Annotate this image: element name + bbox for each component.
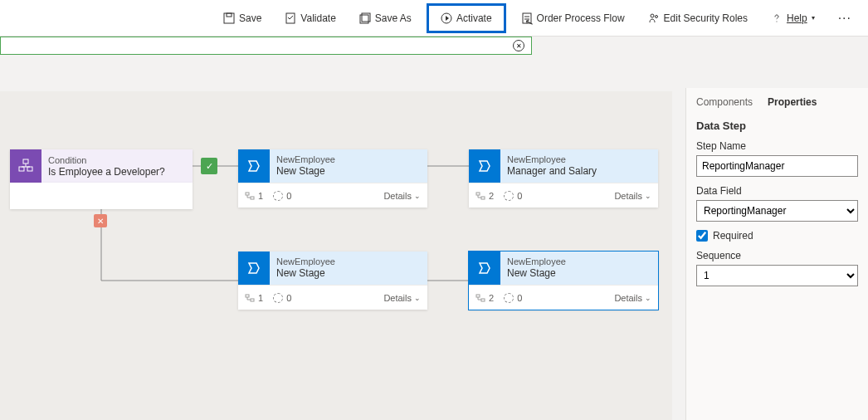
orderflow-button[interactable]: Order Process Flow <box>513 9 633 27</box>
toolbar: Save Validate Save As Activate ↖ Order P… <box>0 0 868 37</box>
svg-rect-1 <box>227 13 232 17</box>
svg-rect-31 <box>251 197 254 199</box>
chevron-down-icon: ⌄ <box>414 294 421 302</box>
properties-panel: Components Properties Data Step Step Nam… <box>685 88 868 420</box>
chevron-down-icon: ▾ <box>812 14 815 22</box>
close-icon[interactable]: ✕ <box>513 40 524 51</box>
activate-icon <box>441 12 452 24</box>
stage-name: New Stage <box>507 267 651 281</box>
details-button[interactable]: Details⌄ <box>383 191 421 201</box>
section-title: Data Step <box>696 120 858 132</box>
svg-rect-39 <box>251 299 254 301</box>
stage-name: New Stage <box>276 165 421 178</box>
required-label: Required <box>713 230 753 242</box>
orderflow-icon <box>521 12 533 24</box>
stage-2[interactable]: NewEmployee Manager and Salary 2 0 Detai… <box>469 149 658 208</box>
activate-button[interactable]: Activate <box>427 3 506 33</box>
panel-tabs: Components Properties <box>696 88 858 108</box>
stage-1[interactable]: NewEmployee New Stage 1 0 Details⌄ <box>238 149 427 208</box>
stage-entity: NewEmployee <box>507 256 651 267</box>
svg-rect-29 <box>27 167 32 171</box>
condition-node[interactable]: Condition Is Employee a Developer? <box>10 149 193 183</box>
svg-rect-6 <box>523 13 531 23</box>
saveas-label: Save As <box>375 12 412 24</box>
security-button[interactable]: Edit Security Roles <box>640 9 756 27</box>
condition-icon <box>10 149 41 183</box>
datafield-label: Data Field <box>696 185 858 197</box>
help-button[interactable]: Help ▾ <box>763 9 823 27</box>
stage-icon <box>238 149 270 183</box>
svg-rect-42 <box>476 295 480 297</box>
svg-rect-35 <box>481 197 485 199</box>
save-icon <box>223 12 235 24</box>
stage-icon <box>469 149 500 183</box>
condition-subtitle: Is Employee a Developer? <box>48 166 186 179</box>
stage-icon <box>238 252 270 285</box>
stage-3[interactable]: NewEmployee New Stage 1 0 Details⌄ <box>238 252 427 310</box>
chevron-down-icon: ⌄ <box>414 192 421 200</box>
details-button[interactable]: Details⌄ <box>614 191 651 201</box>
sequence-label: Sequence <box>696 250 858 261</box>
steps-icon <box>475 191 485 201</box>
svg-point-10 <box>655 15 657 17</box>
stage-entity: NewEmployee <box>276 154 421 165</box>
formula-bar[interactable]: ✕ <box>0 37 532 55</box>
required-checkbox[interactable] <box>696 230 708 242</box>
stage-entity: NewEmployee <box>276 256 421 267</box>
details-button[interactable]: Details⌄ <box>614 293 651 303</box>
no-badge: ✕ <box>94 214 107 227</box>
sequence-select[interactable]: 1 <box>696 265 858 286</box>
canvas[interactable]: Condition Is Employee a Developer? ✓ ✕ N… <box>0 91 672 420</box>
steps-icon <box>245 191 255 201</box>
security-label: Edit Security Roles <box>664 12 748 24</box>
save-button[interactable]: Save <box>215 9 270 27</box>
steps-icon <box>245 293 255 303</box>
saveas-icon <box>359 12 371 24</box>
validate-icon <box>285 12 296 24</box>
help-label: Help <box>787 12 807 24</box>
svg-rect-28 <box>19 167 24 171</box>
svg-rect-43 <box>481 299 485 301</box>
stage-name: New Stage <box>276 267 421 281</box>
svg-rect-34 <box>476 193 480 195</box>
details-button[interactable]: Details⌄ <box>383 293 421 303</box>
condition-body-box[interactable] <box>10 183 193 209</box>
activate-label: Activate <box>456 12 492 24</box>
datafield-select[interactable]: ReportingManager <box>696 200 858 222</box>
stage-4[interactable]: NewEmployee New Stage 2 0 Details⌄ <box>469 252 658 310</box>
stage-entity: NewEmployee <box>507 154 651 165</box>
stepname-input[interactable] <box>696 155 858 177</box>
saveas-button[interactable]: Save As <box>351 9 420 27</box>
validate-label: Validate <box>300 12 335 24</box>
svg-point-9 <box>651 14 654 17</box>
trigger-icon <box>273 293 283 303</box>
svg-rect-30 <box>246 193 249 195</box>
orderflow-label: Order Process Flow <box>537 12 625 24</box>
trigger-icon <box>273 191 283 201</box>
trigger-icon <box>504 191 514 201</box>
svg-rect-38 <box>246 295 249 297</box>
stepname-label: Step Name <box>696 140 858 152</box>
chevron-down-icon: ⌄ <box>645 192 651 200</box>
tab-components[interactable]: Components <box>696 96 753 108</box>
save-label: Save <box>239 12 261 24</box>
help-icon <box>771 12 783 24</box>
condition-title: Condition <box>48 154 186 166</box>
svg-rect-25 <box>23 159 28 164</box>
trigger-icon <box>504 293 514 303</box>
svg-rect-0 <box>224 13 234 23</box>
stage-icon <box>469 252 500 285</box>
more-button[interactable]: ··· <box>830 11 860 26</box>
tab-properties[interactable]: Properties <box>768 96 817 108</box>
steps-icon <box>475 293 485 303</box>
chevron-down-icon: ⌄ <box>645 294 651 302</box>
security-icon <box>648 12 660 24</box>
yes-badge: ✓ <box>201 158 217 174</box>
validate-button[interactable]: Validate <box>276 9 344 27</box>
stage-name: Manager and Salary <box>507 165 651 178</box>
